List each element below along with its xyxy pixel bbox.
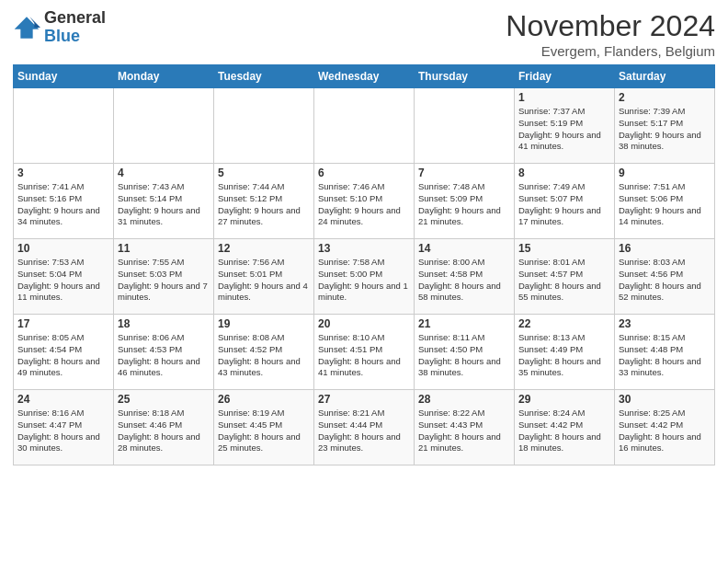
calendar-header: Sunday Monday Tuesday Wednesday Thursday… (14, 65, 715, 88)
day-number: 3 (17, 167, 109, 179)
day-number: 30 (619, 393, 711, 406)
header-wednesday: Wednesday (314, 65, 415, 88)
header: General Blue November 2024 Evergem, Flan… (13, 9, 715, 59)
calendar-cell-1-0: 3Sunrise: 7:41 AM Sunset: 5:16 PM Daylig… (14, 164, 114, 239)
calendar-cell-4-2: 26Sunrise: 8:19 AM Sunset: 4:45 PM Dayli… (214, 390, 314, 465)
calendar-cell-3-6: 23Sunrise: 8:15 AM Sunset: 4:48 PM Dayli… (615, 315, 715, 390)
header-sunday: Sunday (14, 65, 114, 88)
day-number: 11 (118, 242, 210, 255)
cell-content: Sunrise: 8:16 AM Sunset: 4:47 PM Dayligh… (17, 408, 109, 454)
cell-content: Sunrise: 7:48 AM Sunset: 5:09 PM Dayligh… (418, 181, 510, 228)
calendar-cell-3-3: 20Sunrise: 8:10 AM Sunset: 4:51 PM Dayli… (314, 315, 415, 390)
calendar-cell-1-2: 5Sunrise: 7:44 AM Sunset: 5:12 PM Daylig… (214, 164, 314, 239)
calendar-cell-3-0: 17Sunrise: 8:05 AM Sunset: 4:54 PM Dayli… (14, 315, 114, 390)
page-container: General Blue November 2024 Evergem, Flan… (0, 0, 728, 563)
month-title: November 2024 (506, 9, 715, 43)
calendar-cell-4-6: 30Sunrise: 8:25 AM Sunset: 4:42 PM Dayli… (615, 390, 715, 465)
calendar-cell-2-1: 11Sunrise: 7:55 AM Sunset: 5:03 PM Dayli… (114, 239, 214, 315)
header-friday: Friday (515, 65, 615, 88)
day-number: 5 (218, 167, 310, 179)
day-number: 22 (518, 317, 610, 330)
day-number: 10 (17, 242, 109, 255)
calendar-cell-1-5: 8Sunrise: 7:49 AM Sunset: 5:07 PM Daylig… (515, 164, 615, 239)
day-number: 19 (218, 317, 310, 330)
calendar-cell-0-3 (314, 88, 415, 164)
logo-icon (13, 14, 40, 41)
calendar-cell-2-3: 13Sunrise: 7:58 AM Sunset: 5:00 PM Dayli… (314, 239, 415, 315)
header-saturday: Saturday (615, 65, 715, 88)
day-number: 17 (17, 317, 109, 330)
title-block: November 2024 Evergem, Flanders, Belgium (506, 9, 715, 59)
cell-content: Sunrise: 8:00 AM Sunset: 4:58 PM Dayligh… (418, 257, 510, 304)
calendar-week-4: 24Sunrise: 8:16 AM Sunset: 4:47 PM Dayli… (14, 390, 715, 465)
cell-content: Sunrise: 8:10 AM Sunset: 4:51 PM Dayligh… (318, 332, 410, 379)
cell-content: Sunrise: 7:37 AM Sunset: 5:19 PM Dayligh… (518, 106, 610, 153)
logo: General Blue (13, 9, 106, 46)
cell-content: Sunrise: 8:13 AM Sunset: 4:49 PM Dayligh… (518, 332, 610, 379)
calendar-cell-4-0: 24Sunrise: 8:16 AM Sunset: 4:47 PM Dayli… (14, 390, 114, 465)
header-tuesday: Tuesday (214, 65, 314, 88)
day-number: 4 (118, 167, 210, 179)
cell-content: Sunrise: 7:55 AM Sunset: 5:03 PM Dayligh… (118, 257, 210, 304)
cell-content: Sunrise: 8:05 AM Sunset: 4:54 PM Dayligh… (17, 332, 109, 379)
cell-content: Sunrise: 8:22 AM Sunset: 4:43 PM Dayligh… (418, 408, 510, 454)
day-number: 14 (418, 242, 510, 255)
day-number: 12 (218, 242, 310, 255)
cell-content: Sunrise: 8:08 AM Sunset: 4:52 PM Dayligh… (218, 332, 310, 379)
calendar-cell-2-4: 14Sunrise: 8:00 AM Sunset: 4:58 PM Dayli… (415, 239, 515, 315)
cell-content: Sunrise: 8:18 AM Sunset: 4:46 PM Dayligh… (118, 408, 210, 454)
calendar-cell-3-1: 18Sunrise: 8:06 AM Sunset: 4:53 PM Dayli… (114, 315, 214, 390)
cell-content: Sunrise: 8:25 AM Sunset: 4:42 PM Dayligh… (619, 408, 711, 454)
day-number: 7 (418, 167, 510, 179)
calendar-week-0: 1Sunrise: 7:37 AM Sunset: 5:19 PM Daylig… (14, 88, 715, 164)
header-row: Sunday Monday Tuesday Wednesday Thursday… (14, 65, 715, 88)
day-number: 2 (619, 91, 711, 104)
calendar-cell-1-3: 6Sunrise: 7:46 AM Sunset: 5:10 PM Daylig… (314, 164, 415, 239)
cell-content: Sunrise: 8:06 AM Sunset: 4:53 PM Dayligh… (118, 332, 210, 379)
cell-content: Sunrise: 7:56 AM Sunset: 5:01 PM Dayligh… (218, 257, 310, 304)
day-number: 16 (619, 242, 711, 255)
calendar-cell-1-4: 7Sunrise: 7:48 AM Sunset: 5:09 PM Daylig… (415, 164, 515, 239)
day-number: 9 (619, 167, 711, 179)
calendar-cell-0-6: 2Sunrise: 7:39 AM Sunset: 5:17 PM Daylig… (615, 88, 715, 164)
day-number: 6 (318, 167, 410, 179)
cell-content: Sunrise: 7:39 AM Sunset: 5:17 PM Dayligh… (619, 106, 711, 153)
calendar-cell-2-0: 10Sunrise: 7:53 AM Sunset: 5:04 PM Dayli… (14, 239, 114, 315)
day-number: 28 (418, 393, 510, 406)
calendar-cell-4-3: 27Sunrise: 8:21 AM Sunset: 4:44 PM Dayli… (314, 390, 415, 465)
cell-content: Sunrise: 8:19 AM Sunset: 4:45 PM Dayligh… (218, 408, 310, 454)
calendar-cell-0-0 (14, 88, 114, 164)
calendar-cell-4-4: 28Sunrise: 8:22 AM Sunset: 4:43 PM Dayli… (415, 390, 515, 465)
day-number: 23 (619, 317, 711, 330)
cell-content: Sunrise: 8:03 AM Sunset: 4:56 PM Dayligh… (619, 257, 711, 304)
day-number: 27 (318, 393, 410, 406)
cell-content: Sunrise: 8:24 AM Sunset: 4:42 PM Dayligh… (518, 408, 610, 454)
day-number: 21 (418, 317, 510, 330)
subtitle: Evergem, Flanders, Belgium (506, 43, 715, 59)
day-number: 15 (518, 242, 610, 255)
calendar-cell-0-5: 1Sunrise: 7:37 AM Sunset: 5:19 PM Daylig… (515, 88, 615, 164)
logo-text: General Blue (44, 9, 106, 46)
day-number: 26 (218, 393, 310, 406)
day-number: 18 (118, 317, 210, 330)
cell-content: Sunrise: 7:53 AM Sunset: 5:04 PM Dayligh… (17, 257, 109, 304)
cell-content: Sunrise: 7:51 AM Sunset: 5:06 PM Dayligh… (619, 181, 711, 228)
calendar-cell-4-1: 25Sunrise: 8:18 AM Sunset: 4:46 PM Dayli… (114, 390, 214, 465)
calendar-cell-0-2 (214, 88, 314, 164)
calendar-cell-2-5: 15Sunrise: 8:01 AM Sunset: 4:57 PM Dayli… (515, 239, 615, 315)
calendar-cell-3-4: 21Sunrise: 8:11 AM Sunset: 4:50 PM Dayli… (415, 315, 515, 390)
calendar-cell-2-2: 12Sunrise: 7:56 AM Sunset: 5:01 PM Dayli… (214, 239, 314, 315)
day-number: 20 (318, 317, 410, 330)
calendar-cell-0-4 (415, 88, 515, 164)
cell-content: Sunrise: 8:11 AM Sunset: 4:50 PM Dayligh… (418, 332, 510, 379)
header-monday: Monday (114, 65, 214, 88)
cell-content: Sunrise: 8:01 AM Sunset: 4:57 PM Dayligh… (518, 257, 610, 304)
cell-content: Sunrise: 7:46 AM Sunset: 5:10 PM Dayligh… (318, 181, 410, 228)
calendar-cell-4-5: 29Sunrise: 8:24 AM Sunset: 4:42 PM Dayli… (515, 390, 615, 465)
day-number: 24 (17, 393, 109, 406)
cell-content: Sunrise: 8:21 AM Sunset: 4:44 PM Dayligh… (318, 408, 410, 454)
header-thursday: Thursday (415, 65, 515, 88)
day-number: 13 (318, 242, 410, 255)
cell-content: Sunrise: 7:58 AM Sunset: 5:00 PM Dayligh… (318, 257, 410, 304)
calendar-week-3: 17Sunrise: 8:05 AM Sunset: 4:54 PM Dayli… (14, 315, 715, 390)
